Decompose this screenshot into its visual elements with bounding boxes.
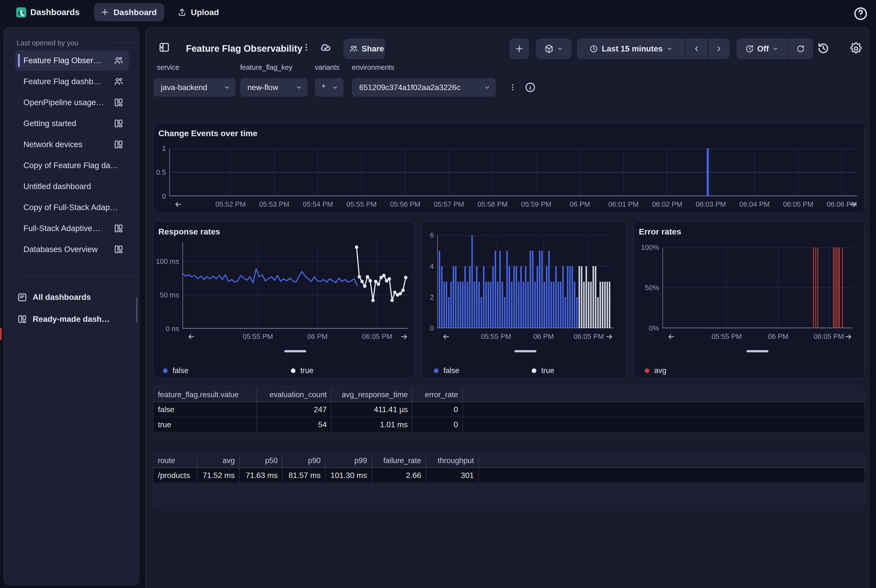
arrow-right-icon[interactable] [605,332,614,341]
chevron-down-icon [295,84,303,91]
legend-item-false[interactable]: false [163,366,188,375]
zoom-range-handle[interactable] [746,350,768,352]
table-cell: 0 [412,417,463,432]
x-axis-tick-label: 05:53 PM [259,200,290,208]
sidebar-item[interactable]: Feature Flag dashb… [15,71,129,92]
cloud-sync-icon[interactable] [320,41,332,54]
response-rates-chart-panel[interactable]: Response rates 100 ms50 ms0 ns05:55 PM06… [153,221,414,378]
x-axis-tick-label: 05:52 PM [216,200,246,208]
dashboard-menu-icon[interactable] [302,42,311,53]
visualization-dropdown[interactable] [536,39,572,59]
column-header-error_rate[interactable]: error_rate [412,388,463,402]
column-header-p99[interactable]: p99 [326,454,372,468]
feature-flag-results-table[interactable]: feature_flag.result.valueevaluation_coun… [153,386,865,432]
arrow-left-icon[interactable] [187,332,196,341]
sidebar-item[interactable]: Databases Overview [15,239,129,260]
gear-icon[interactable] [850,42,862,55]
zoom-range-handle[interactable] [284,350,306,352]
filter-dropdown-environments[interactable]: 651209c374a1f02aa2a3226c [352,78,496,97]
time-range-controls: Last 15 minutes [577,39,730,59]
table-cell: 247 [257,402,332,417]
legend-dot [645,368,650,373]
filter-label: feature_flag_key [240,63,292,72]
arrow-right-icon[interactable] [844,332,853,341]
table-cell: 71.52 ms [197,468,240,483]
sidebar-item[interactable]: Full-Stack Adaptive… [15,218,129,238]
time-range-dropdown[interactable]: Last 15 minutes [577,39,685,59]
column-header-avg[interactable]: avg [197,454,240,468]
filter-dropdown-feature_flag_key[interactable]: new-flow [240,78,308,97]
upload-button[interactable]: Upload [172,3,224,21]
column-header-p50[interactable]: p50 [240,454,283,468]
x-axis-tick-label: 06 PM [570,200,590,208]
sidebar-item-label: Feature Flag dashb… [23,77,101,86]
y-axis-label: 50 ms [150,291,179,299]
legend-item-avg[interactable]: avg [645,366,666,375]
add-panel-button[interactable] [510,39,529,59]
column-header-p90[interactable]: p90 [283,454,326,468]
sidebar-item[interactable]: Untitled dashboard [15,176,129,196]
change-events-chart-panel[interactable]: Change Events over time 10.5005:52 PM05:… [153,123,865,213]
time-forward-button[interactable] [708,39,730,59]
arrow-right-icon[interactable] [400,332,408,341]
column-header-route[interactable]: route [153,454,197,468]
history-icon[interactable] [816,42,830,55]
table-row[interactable]: /products71.52 ms71.63 ms81.57 ms101.30 … [153,468,864,483]
table-cell: false [153,402,257,417]
error-rates-chart-panel[interactable]: Error rates 100%50%0%05:55 PM06 PM06:05 … [633,221,865,378]
filters-menu-icon[interactable] [508,81,517,93]
arrow-right-icon[interactable] [849,200,858,209]
sidebar-scrollbar-thumb[interactable] [136,297,137,322]
sidebar-item[interactable]: Copy of Feature Flag da… [15,155,129,176]
share-label: Share [362,44,384,53]
sidebar-item[interactable]: Network devices [15,134,129,154]
filter-dropdown-variants[interactable]: * [315,78,344,97]
sidebar-item[interactable]: Copy of Full-Stack Adap… [15,197,129,218]
sidebar-item[interactable]: OpenPipeline usage… [15,92,129,113]
help-icon[interactable] [853,6,868,21]
time-back-button[interactable] [686,39,707,59]
people-icon [349,44,358,53]
legend-item-true[interactable]: true [291,366,313,375]
filter-value: java-backend [161,83,207,92]
new-dashboard-button[interactable]: Dashboard [94,3,164,21]
column-header-evaluation_count[interactable]: evaluation_count [257,388,332,402]
evaluations-chart-panel[interactable]: 642005:55 PM06 PM06:05 PMfalsetrue [421,221,626,378]
table-row[interactable]: true541.01 ms0 [153,417,864,432]
refresh-icon [796,44,805,53]
auto-refresh-dropdown[interactable]: Off [736,39,787,59]
plus-icon [514,44,524,54]
table-row[interactable]: false247411.41 µs0 [153,402,864,417]
table-header-row: feature_flag.result.valueevaluation_coun… [153,388,864,402]
grid-icon [17,314,27,324]
sidebar-footer-item[interactable]: Ready-made dash… [15,309,129,329]
sidebar-footer-item[interactable]: All dashboards [15,287,129,308]
y-axis-label: 100 ms [150,257,179,266]
table-cell: true [153,417,257,432]
sidebar-section-divider [115,42,136,43]
sidebar-item[interactable]: Feature Flag Obser… [15,50,129,71]
info-icon[interactable] [524,81,536,93]
legend-item-true[interactable]: true [532,366,554,375]
column-header-failure_rate[interactable]: failure_rate [372,454,426,468]
arrow-left-icon[interactable] [667,332,676,341]
data-table: routeavgp50p90p99failure_ratethroughput/… [153,454,864,483]
arrow-left-icon[interactable] [442,332,450,341]
chevron-down-icon [484,84,491,91]
chart-title: Change Events over time [158,129,257,138]
routes-table[interactable]: routeavgp50p90p99failure_ratethroughput/… [153,452,865,509]
zoom-range-handle[interactable] [514,350,536,352]
refresh-now-button[interactable] [788,39,813,59]
filter-dropdown-service[interactable]: java-backend [153,78,236,97]
upload-label: Upload [191,8,219,17]
sidebar-item-label: OpenPipeline usage… [23,98,104,107]
share-button[interactable]: Share [344,39,385,59]
legend-item-false[interactable]: false [434,366,459,375]
arrow-left-icon[interactable] [174,200,183,209]
column-header-feature_flag.result.value[interactable]: feature_flag.result.value [153,388,257,402]
sidebar-item[interactable]: Getting started [15,113,129,134]
collapse-sidebar-icon[interactable] [158,42,170,53]
column-header-throughput[interactable]: throughput [426,454,479,468]
column-header-avg_response_time[interactable]: avg_response_time [332,388,412,402]
table-header-row: routeavgp50p90p99failure_ratethroughput [153,454,864,468]
